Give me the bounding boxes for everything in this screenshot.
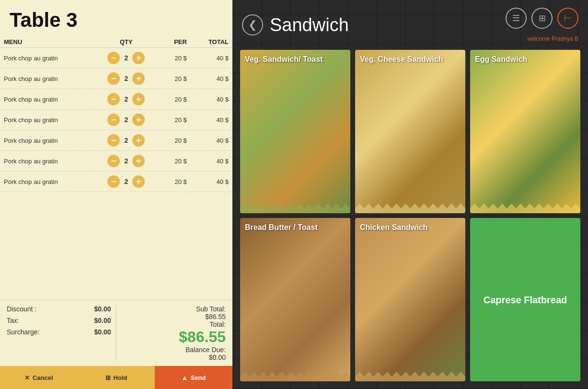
menu-item-chicken-sandwich[interactable]: Chicken Sandwich xyxy=(355,218,465,381)
menu-item-label: Caprese Flatbread xyxy=(479,288,572,311)
table-row: Pork chop au gratin − 2 + 20 $ 40 $ xyxy=(0,69,232,89)
qty-value: 2 xyxy=(123,178,129,185)
per-value: 20 $ xyxy=(160,89,191,110)
menu-item-egg-sandwich[interactable]: Egg Sandwich xyxy=(470,50,580,213)
table-title: Table 3 xyxy=(0,0,232,36)
table-row: Pork chop au gratin − 2 + 20 $ 40 $ xyxy=(0,130,232,151)
summary-left: Discount : $0.00 Tax: $0.00 Surcharge: $… xyxy=(7,305,116,361)
qty-decrease-button[interactable]: − xyxy=(107,134,120,147)
send-icon: ▲ xyxy=(182,374,188,381)
footer-buttons: ✕ Cancel ⊞ Hold ▲ Send xyxy=(0,366,232,389)
header-left: ❮ Sandwich xyxy=(242,14,349,35)
menu-grid: Veg. Sandwich/ Toast Veg. Cheese Sandwic… xyxy=(232,50,588,389)
menu-item-label: Egg Sandwich xyxy=(475,55,527,65)
discount-value: $0.00 xyxy=(94,305,111,313)
qty-decrease-button[interactable]: − xyxy=(107,52,120,64)
order-table: MENU QTY PER TOTAL Pork chop au gratin −… xyxy=(0,36,232,192)
per-value: 20 $ xyxy=(160,151,191,172)
qty-increase-button[interactable]: + xyxy=(132,175,145,188)
table-row: Pork chop au gratin − 2 + 20 $ 40 $ xyxy=(0,48,232,69)
subtotal-text: Sub Total: $86.55 xyxy=(196,305,226,320)
hold-icon: ⊞ xyxy=(105,374,111,381)
total-value: 40 $ xyxy=(191,89,232,110)
qty-increase-button[interactable]: + xyxy=(132,72,145,85)
cancel-icon: ✕ xyxy=(24,374,30,381)
qty-increase-button[interactable]: + xyxy=(132,134,145,147)
qty-decrease-button[interactable]: − xyxy=(107,155,120,167)
col-header-menu: MENU xyxy=(0,36,92,48)
logout-button[interactable]: ⊢ xyxy=(557,8,578,29)
tax-value: $0.00 xyxy=(94,317,111,324)
table-row: Pork chop au gratin − 2 + 20 $ 40 $ xyxy=(0,89,232,110)
table-row: Pork chop au gratin − 2 + 20 $ 40 $ xyxy=(0,151,232,172)
page-title: Sandwich xyxy=(270,15,349,35)
menu-item-label: Chicken Sandwich xyxy=(360,223,427,233)
menu-item-bread-butter[interactable]: Bread Butter / Toast xyxy=(240,218,350,381)
per-value: 20 $ xyxy=(160,48,191,69)
list-icon: ☰ xyxy=(512,13,520,23)
back-icon: ❮ xyxy=(248,19,257,31)
menu-item-label: Veg. Cheese Sandwich xyxy=(360,55,443,65)
cancel-button[interactable]: ✕ Cancel xyxy=(0,366,78,389)
welcome-text: welcome Pradnya B xyxy=(527,35,578,42)
item-name: Pork chop au gratin xyxy=(0,69,92,89)
right-panel: ❮ Sandwich ☰ ⊞ ⊢ welcome Pradnya B Veg. … xyxy=(232,0,588,389)
item-name: Pork chop au gratin xyxy=(0,48,92,69)
header-right: ☰ ⊞ ⊢ welcome Pradnya B xyxy=(506,8,578,42)
qty-increase-button[interactable]: + xyxy=(132,93,145,105)
item-name: Pork chop au gratin xyxy=(0,89,92,110)
qty-decrease-button[interactable]: − xyxy=(107,93,120,105)
item-name: Pork chop au gratin xyxy=(0,172,92,192)
qty-cell: − 2 + xyxy=(92,172,160,192)
grid-icon: ⊞ xyxy=(539,13,546,23)
menu-item-caprese[interactable]: Caprese Flatbread xyxy=(470,218,580,381)
col-header-total: TOTAL xyxy=(191,36,232,48)
qty-cell: − 2 + xyxy=(92,48,160,69)
qty-increase-button[interactable]: + xyxy=(132,155,145,167)
qty-increase-button[interactable]: + xyxy=(132,52,145,64)
hold-button[interactable]: ⊞ Hold xyxy=(78,366,155,389)
total-value: 40 $ xyxy=(191,151,232,172)
surcharge-label: Surcharge: xyxy=(7,328,39,336)
qty-cell: − 2 + xyxy=(92,69,160,89)
col-header-per: PER xyxy=(160,36,191,48)
grid-view-button[interactable]: ⊞ xyxy=(531,8,553,29)
icon-buttons: ☰ ⊞ ⊢ xyxy=(506,8,578,29)
left-panel: Table 3 MENU QTY PER TOTAL Pork chop au … xyxy=(0,0,232,389)
total-value: 40 $ xyxy=(191,48,232,69)
menu-item-veg-sandwich[interactable]: Veg. Sandwich/ Toast xyxy=(240,50,350,213)
per-value: 20 $ xyxy=(160,130,191,151)
per-value: 20 $ xyxy=(160,110,191,130)
qty-cell: − 2 + xyxy=(92,151,160,172)
table-row: Pork chop au gratin − 2 + 20 $ 40 $ xyxy=(0,110,232,130)
right-header: ❮ Sandwich ☰ ⊞ ⊢ welcome Pradnya B xyxy=(232,0,588,50)
tax-row: Tax: $0.00 xyxy=(7,317,111,324)
total-label: Total: xyxy=(210,320,226,328)
qty-value: 2 xyxy=(123,95,129,103)
qty-decrease-button[interactable]: − xyxy=(107,72,120,85)
total-amount: $86.55 xyxy=(179,328,226,346)
list-view-button[interactable]: ☰ xyxy=(506,8,527,29)
total-value: 40 $ xyxy=(191,69,232,89)
summary-section: Discount : $0.00 Tax: $0.00 Surcharge: $… xyxy=(0,300,232,366)
col-header-qty: QTY xyxy=(92,36,160,48)
surcharge-value: $0.00 xyxy=(94,328,111,336)
qty-decrease-button[interactable]: − xyxy=(107,175,120,188)
menu-item-veg-cheese[interactable]: Veg. Cheese Sandwich xyxy=(355,50,465,213)
qty-value: 2 xyxy=(123,137,129,144)
total-value: 40 $ xyxy=(191,172,232,192)
qty-value: 2 xyxy=(123,54,129,62)
send-button[interactable]: ▲ Send xyxy=(155,366,232,389)
menu-item-label: Bread Butter / Toast xyxy=(245,223,318,233)
table-row: Pork chop au gratin − 2 + 20 $ 40 $ xyxy=(0,172,232,192)
summary-right: Sub Total: $86.55 Total: $86.55 Balance … xyxy=(116,305,226,361)
menu-item-label: Veg. Sandwich/ Toast xyxy=(245,55,323,65)
qty-increase-button[interactable]: + xyxy=(132,114,145,126)
back-button[interactable]: ❮ xyxy=(242,14,263,35)
qty-cell: − 2 + xyxy=(92,110,160,130)
qty-decrease-button[interactable]: − xyxy=(107,114,120,126)
per-value: 20 $ xyxy=(160,69,191,89)
discount-row: Discount : $0.00 xyxy=(7,305,111,313)
qty-cell: − 2 + xyxy=(92,89,160,110)
item-name: Pork chop au gratin xyxy=(0,110,92,130)
